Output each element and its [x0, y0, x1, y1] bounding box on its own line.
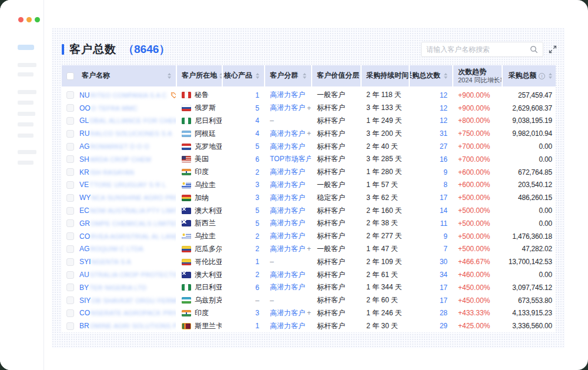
customer-name-link[interactable]: RU	[79, 129, 89, 138]
column-header[interactable]: 核心产品	[223, 65, 264, 86]
core-products-link[interactable]: 6	[255, 155, 259, 164]
core-products-link[interactable]: 1	[255, 322, 259, 330]
column-header[interactable]: 客户价值分层	[312, 65, 360, 86]
purchase-count-link[interactable]: 12	[440, 104, 447, 112]
table-row[interactable]: VETTORE URUGUAY S R L 乌拉圭 3 高潜力客户 一般客户 1…	[62, 179, 556, 192]
customer-name-link[interactable]: WY	[79, 194, 91, 202]
core-products-link[interactable]: 5	[255, 206, 259, 215]
search-box[interactable]	[421, 42, 543, 57]
core-products-link[interactable]: –	[255, 296, 259, 305]
row-checkbox[interactable]	[66, 245, 74, 253]
customer-name-link[interactable]: BR	[79, 322, 89, 330]
segment-link[interactable]: 高潜力客户	[270, 321, 305, 331]
sidebar-item[interactable]	[18, 63, 36, 67]
table-row[interactable]: AUSTRALIA CROP PROTECTIONP... 澳大利亚 2 高潜力…	[62, 268, 556, 281]
table-row[interactable]: CORVEA AGRISTRIAL AL LANDR... 乌拉圭 2 高潜力客…	[62, 230, 556, 243]
column-header[interactable]: 采购总额 i	[503, 65, 556, 86]
table-row[interactable]: AGROQUIM C LTDA 厄瓜多尔 2 高潜力客户 +1 一般客户 1 年…	[62, 243, 556, 256]
row-checkbox[interactable]	[66, 309, 74, 317]
core-products-link[interactable]: 3	[255, 194, 259, 202]
row-checkbox[interactable]	[66, 155, 74, 163]
sort-icon[interactable]	[549, 73, 552, 79]
table-row[interactable]: KRISH RASAYAN 印度 2 高潜力客户 标杆客户 1 年 280 天 …	[62, 166, 556, 179]
customer-name-link[interactable]: CO	[79, 309, 90, 317]
row-checkbox[interactable]	[66, 130, 74, 138]
sidebar-item[interactable]	[18, 72, 34, 76]
sidebar-item[interactable]	[18, 122, 34, 126]
table-row[interactable]: BYTER NIGERIA LTD 尼日利亚 6 高潜力客户 标杆客户 1 年 …	[62, 281, 556, 294]
row-checkbox[interactable]	[66, 322, 74, 330]
core-products-link[interactable]: 5	[255, 219, 259, 228]
sort-icon[interactable]	[168, 73, 171, 79]
customer-name-link[interactable]: GR	[79, 219, 90, 228]
row-checkbox[interactable]	[66, 91, 74, 99]
purchase-count-link[interactable]: 9	[443, 232, 447, 241]
search-input[interactable]	[426, 45, 530, 54]
customer-name-link[interactable]: OO	[79, 104, 91, 112]
sidebar-item[interactable]	[18, 161, 34, 165]
row-checkbox[interactable]	[66, 143, 74, 151]
customer-name-link[interactable]: AG	[79, 245, 89, 253]
core-products-link[interactable]: 3	[255, 181, 259, 189]
customer-name-link[interactable]: GL	[79, 116, 89, 125]
table-row[interactable]: GLOBAL ALLIANCE FOR CHEMICA... 尼日利亚 4 – …	[62, 115, 556, 128]
segment-link[interactable]: 高潜力客户	[270, 180, 305, 190]
sort-icon[interactable]	[444, 73, 447, 79]
table-row[interactable]: NURITEO COMPANIA S A C 秘鲁 1 高潜力客户 一般客户 2…	[62, 89, 556, 102]
row-checkbox[interactable]	[66, 284, 74, 291]
table-row[interactable]: AGROMARKET D O O 克罗地亚 5 高潜力客户 标杆客户 2 年 4…	[62, 140, 556, 153]
core-products-link[interactable]: 2	[255, 271, 259, 279]
row-checkbox[interactable]	[66, 104, 74, 112]
purchase-count-link[interactable]: 17	[440, 296, 447, 305]
row-checkbox[interactable]	[66, 168, 74, 176]
purchase-count-link[interactable]: 28	[440, 309, 447, 317]
core-products-link[interactable]: 4	[255, 129, 259, 138]
core-products-link[interactable]: 1	[255, 258, 259, 266]
purchase-count-link[interactable]: 12	[440, 116, 447, 125]
fullscreen-expand-icon[interactable]	[549, 45, 557, 54]
row-checkbox[interactable]	[66, 219, 74, 227]
purchase-count-link[interactable]: 30	[440, 258, 447, 266]
segment-link[interactable]: TOP市场客户	[270, 154, 311, 164]
core-products-link[interactable]: 2	[255, 168, 259, 176]
search-icon[interactable]	[530, 45, 538, 54]
column-header[interactable]: 客户分群	[265, 65, 311, 86]
purchase-count-link[interactable]: 27	[440, 142, 447, 151]
sidebar-item[interactable]	[18, 101, 34, 105]
sort-icon[interactable]	[256, 73, 259, 79]
column-header[interactable]: 客户名称	[62, 65, 176, 86]
purchase-count-link[interactable]: 34	[440, 271, 447, 279]
core-products-link[interactable]: 3	[255, 309, 259, 317]
row-checkbox[interactable]	[66, 181, 74, 189]
segment-link[interactable]: 高潜力客户	[270, 129, 305, 139]
customer-name-link[interactable]: AU	[79, 271, 89, 279]
segment-link[interactable]: –	[270, 116, 274, 125]
table-row[interactable]: BROMINE AGRI SOLUTIONS PVTLTD 斯里兰卡 1 高潜力…	[62, 319, 556, 332]
segment-link[interactable]: 高潜力客户	[270, 103, 305, 113]
core-products-link[interactable]: 6	[255, 284, 259, 292]
customer-name-link[interactable]: VE	[79, 181, 89, 189]
zoom-window-button[interactable]	[35, 17, 40, 22]
segment-link[interactable]: –	[270, 258, 274, 266]
segment-link[interactable]: 高潜力客户	[270, 231, 305, 241]
tag-icon[interactable]	[171, 92, 176, 99]
row-checkbox[interactable]	[66, 117, 74, 125]
table-row[interactable]: OOO TEFRA MMC 俄罗斯 5 高潜力客户 +1 标杆客户 3 年 13…	[62, 102, 556, 115]
close-window-button[interactable]	[18, 17, 24, 22]
purchase-count-link[interactable]: 16	[440, 155, 447, 164]
purchase-count-link[interactable]: 14	[440, 206, 447, 215]
sort-icon[interactable]	[219, 73, 222, 79]
customer-name-link[interactable]: KR	[79, 168, 89, 176]
column-header[interactable]: 次数趋势 2024 同比增长率	[453, 65, 502, 86]
row-checkbox[interactable]	[66, 207, 74, 215]
minimize-window-button[interactable]	[26, 17, 32, 22]
purchase-count-link[interactable]: 17	[440, 194, 447, 202]
core-products-link[interactable]: 5	[255, 142, 259, 151]
purchase-count-link[interactable]: 9	[443, 168, 447, 176]
table-row[interactable]: RURALCO SOLUCIONES S A 阿根廷 4 高潜力客户 +1 标杆…	[62, 127, 556, 140]
row-checkbox[interactable]	[66, 271, 74, 279]
segment-link[interactable]: 高潜力客户	[270, 142, 305, 152]
customer-name-link[interactable]: SH	[79, 155, 89, 164]
segment-link[interactable]: 高潜力客户	[270, 244, 305, 254]
segment-link[interactable]: 高潜力客户	[270, 167, 305, 177]
